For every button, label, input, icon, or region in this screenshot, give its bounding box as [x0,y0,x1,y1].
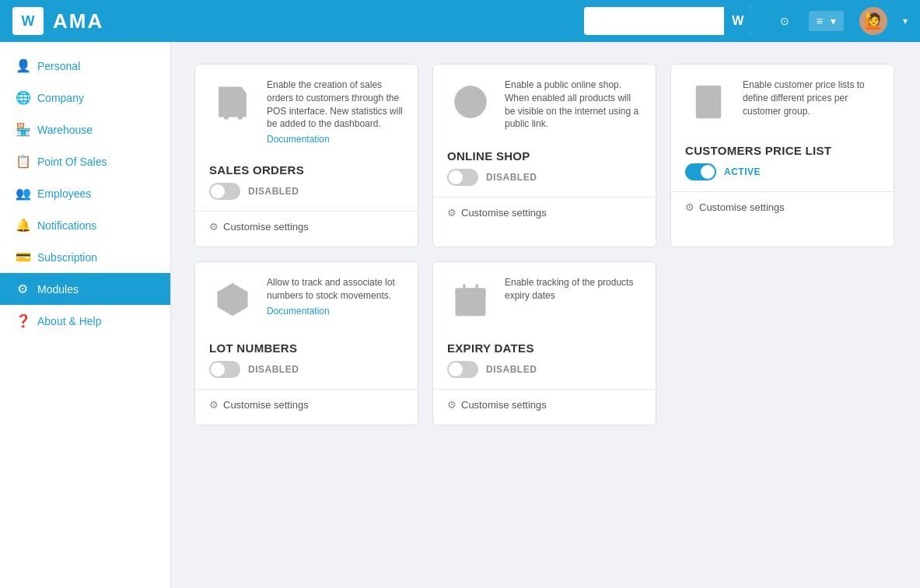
sidebar-label-personal: Personal [37,60,80,72]
sidebar-label-point-of-sales: Point Of Sales [37,156,107,168]
svg-point-0 [224,114,229,120]
sidebar-item-subscription[interactable]: 💳Subscription [0,241,170,273]
nav-right: ⊙ ≡ ▾ 🙋 ▾ [780,7,908,35]
module-toggle-customers-price-list[interactable] [685,163,716,180]
module-title-sales-orders: SALES ORDERS [209,163,404,177]
logo-text: AMA [53,9,103,33]
module-toggle-row-sales-orders: DISABLED [209,183,404,200]
customise-settings-lot-numbers[interactable]: ⚙ Customise settings [209,390,404,411]
module-info-customers-price-list: Enable customer price lists to define di… [743,79,880,117]
module-toggle-online-shop[interactable] [447,169,478,186]
module-desc-expiry-dates: Enable tracking of the products expiry d… [505,276,642,303]
svg-rect-8 [700,90,718,92]
gear-icon-expiry-dates: ⚙ [447,399,457,411]
sidebar-label-notifications: Notifications [37,219,96,232]
module-title-online-shop: ONLINE SHOP [447,149,642,163]
customise-settings-online-shop[interactable]: ⚙ Customise settings [447,198,642,219]
module-desc-sales-orders: Enable the creation of sales orders to c… [267,79,404,131]
shop-selector[interactable]: W [584,7,752,35]
sidebar-item-warehouse[interactable]: 🏪Warehouse [0,114,170,145]
svg-rect-14 [456,289,486,297]
user-avatar-chevron: ▾ [903,16,908,26]
customise-label-customers-price-list: Customise settings [699,201,785,213]
user-avatar[interactable]: 🙋 [859,7,887,35]
customise-label-online-shop: Customise settings [461,207,547,219]
shop-name-input[interactable] [584,15,724,28]
module-toggle-row-online-shop: DISABLED [447,169,642,186]
gear-icon-lot-numbers: ⚙ [209,399,219,411]
module-card-top-online-shop: Enable a public online shop. When enable… [447,79,642,131]
logo-icon: W [12,7,44,35]
module-toggle-label-customers-price-list: ACTIVE [724,166,761,177]
customise-label-sales-orders: Customise settings [223,221,309,233]
sidebar-label-warehouse: Warehouse [37,124,93,136]
customise-settings-customers-price-list[interactable]: ⚙ Customise settings [685,192,880,213]
module-toggle-row-customers-price-list: ACTIVE [685,163,880,180]
sidebar-item-modules[interactable]: ⚙Modules [0,273,170,305]
svg-rect-12 [700,106,714,107]
point-of-sales-icon: 📋 [16,154,30,169]
module-info-sales-orders: Enable the creation of sales orders to c… [267,79,404,145]
gear-icon-customers-price-list: ⚙ [685,201,694,213]
module-toggle-label-expiry-dates: DISABLED [486,364,537,375]
module-card-expiry-dates: Enable tracking of the products expiry d… [432,261,656,425]
module-icon-online-shop [447,79,494,125]
module-icon-customers-price-list [685,79,732,125]
module-toggle-expiry-dates[interactable] [447,361,478,378]
sidebar-label-modules: Modules [37,283,79,296]
dashboard-nav-button[interactable]: ⊙ [780,15,793,27]
customise-settings-expiry-dates[interactable]: ⚙ Customise settings [447,390,642,411]
sidebar-item-notifications[interactable]: 🔔Notifications [0,209,170,241]
module-toggle-label-lot-numbers: DISABLED [248,364,299,375]
sidebar-item-about-help[interactable]: ❓About & Help [0,305,170,337]
module-toggle-lot-numbers[interactable] [209,361,240,378]
sidebar-item-employees[interactable]: 👥Employees [0,177,170,209]
warehouse-icon: 🏪 [16,122,30,137]
customise-label-lot-numbers: Customise settings [223,399,309,411]
warehouse-nav-icon: ≡ [817,15,823,27]
module-toggle-row-expiry-dates: DISABLED [447,361,642,378]
dashboard-icon: ⊙ [780,15,789,27]
svg-rect-17 [462,302,468,308]
module-toggle-row-lot-numbers: DISABLED [209,361,404,378]
company-icon: 🌐 [16,90,30,105]
module-desc-customers-price-list: Enable customer price lists to define di… [743,79,880,117]
sidebar-item-personal[interactable]: 👤Personal [0,50,170,82]
gear-icon-online-shop: ⚙ [447,207,457,219]
modules-grid: Enable the creation of sales orders to c… [194,64,894,425]
module-title-lot-numbers: LOT NUMBERS [209,341,404,355]
module-toggle-sales-orders[interactable] [209,183,240,200]
svg-rect-10 [700,98,715,100]
module-info-lot-numbers: Allow to track and associate lot numbers… [267,276,404,317]
module-doc-link-sales-orders[interactable]: Documentation [267,134,404,145]
module-info-online-shop: Enable a public online shop. When enable… [505,79,642,131]
main-content: Enable the creation of sales orders to c… [171,42,920,588]
module-title-customers-price-list: CUSTOMERS PRICE LIST [685,144,880,157]
sidebar-label-company: Company [37,92,84,104]
svg-point-1 [238,114,243,120]
topnav: W AMA W ⊙ ≡ ▾ 🙋 ▾ [0,0,920,42]
sidebar-label-employees: Employees [37,187,91,200]
module-icon-lot-numbers [209,276,256,323]
module-doc-link-lot-numbers[interactable]: Documentation [267,306,404,317]
notifications-icon: 🔔 [16,218,30,233]
module-card-online-shop: Enable a public online shop. When enable… [432,64,656,247]
app-layout: 👤Personal🌐Company🏪Warehouse📋Point Of Sal… [0,42,920,588]
sidebar-item-company[interactable]: 🌐Company [0,82,170,114]
module-card-top-sales-orders: Enable the creation of sales orders to c… [209,79,404,145]
warehouse-nav-button[interactable]: ≡ ▾ [809,11,844,31]
warehouse-chevron-icon: ▾ [831,15,836,27]
module-icon-expiry-dates [447,276,494,323]
sidebar-item-point-of-sales[interactable]: 📋Point Of Sales [0,145,170,177]
module-desc-lot-numbers: Allow to track and associate lot numbers… [267,276,404,303]
module-icon-sales-orders [209,79,256,125]
customise-settings-sales-orders[interactable]: ⚙ Customise settings [209,212,404,233]
customise-label-expiry-dates: Customise settings [461,399,547,411]
module-card-top-customers-price-list: Enable customer price lists to define di… [685,79,880,125]
personal-icon: 👤 [16,58,30,73]
sidebar-label-about-help: About & Help [37,315,102,327]
gear-icon-sales-orders: ⚙ [209,221,219,233]
svg-rect-9 [700,94,712,96]
module-card-top-lot-numbers: Allow to track and associate lot numbers… [209,276,404,323]
sidebar: 👤Personal🌐Company🏪Warehouse📋Point Of Sal… [0,42,171,588]
